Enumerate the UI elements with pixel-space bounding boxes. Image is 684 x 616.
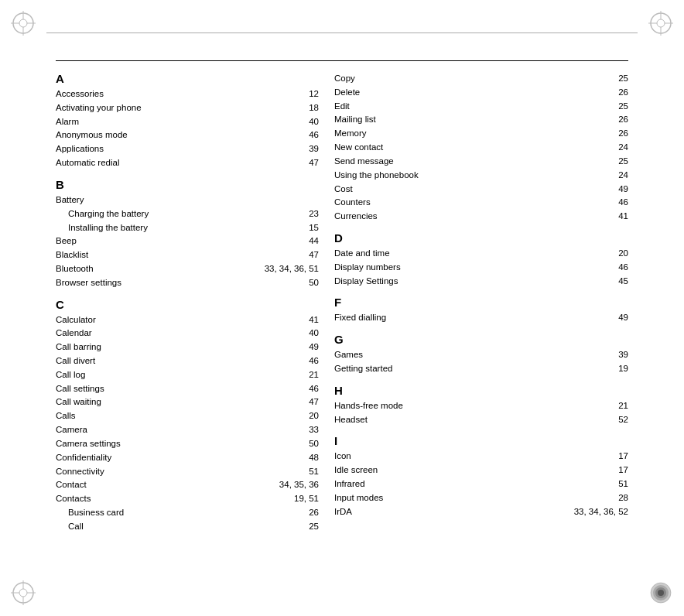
entry-num: 25 xyxy=(566,155,628,169)
corner-mark-tr xyxy=(648,11,673,36)
entry-num: 24 xyxy=(566,169,628,183)
entry-num: 41 xyxy=(257,313,319,327)
entry-num: 41 xyxy=(566,210,628,224)
entry-text: Using the phonebook xyxy=(334,169,566,183)
entry-num: 47 xyxy=(257,395,319,409)
index-entry: Browser settings50 xyxy=(56,276,319,290)
entry-num xyxy=(257,193,319,207)
entry-num: 48 xyxy=(257,451,319,465)
index-entry: Business card26 xyxy=(56,506,319,520)
entry-text: Infrared xyxy=(334,477,566,491)
entry-num: 19 xyxy=(566,362,628,376)
entry-text: Anonymous mode xyxy=(56,128,257,142)
index-entry: Calculator41 xyxy=(56,313,319,327)
entry-text: Fixed dialling xyxy=(334,311,566,325)
entry-text: Battery xyxy=(56,193,257,207)
entry-text: Date and time xyxy=(334,247,566,261)
entry-text: Delete xyxy=(334,86,566,100)
entry-num: 20 xyxy=(566,247,628,261)
entry-text: Installing the battery xyxy=(68,221,257,235)
entry-num: 40 xyxy=(257,327,319,341)
entry-num: 46 xyxy=(257,382,319,396)
index-entry: Automatic redial47 xyxy=(56,156,319,170)
entry-num: 26 xyxy=(257,506,319,520)
entry-num: 12 xyxy=(257,87,319,101)
index-entry: Memory26 xyxy=(334,127,628,141)
index-entry: Edit25 xyxy=(334,100,628,114)
entry-num: 20 xyxy=(257,409,319,423)
entry-num: 46 xyxy=(257,128,319,142)
corner-mark-bl xyxy=(11,580,36,605)
entry-text: Send message xyxy=(334,155,566,169)
index-entry: Contact34, 35, 36 xyxy=(56,478,319,492)
entry-num: 46 xyxy=(566,196,628,210)
entry-text: IrDA xyxy=(334,505,566,519)
index-entry: Calendar40 xyxy=(56,327,319,341)
entry-text: Idle screen xyxy=(334,464,566,477)
entry-text: Confidentiality xyxy=(56,451,257,465)
page: AAccessories12Activating your phone18Ala… xyxy=(0,0,684,616)
entry-num: 25 xyxy=(566,100,628,114)
entry-text: Input modes xyxy=(334,491,566,505)
entry-text: Hands-free mode xyxy=(334,399,566,413)
index-entry: Call25 xyxy=(56,520,319,534)
index-entry: Connectivity51 xyxy=(56,465,319,479)
entry-num: 21 xyxy=(257,368,319,382)
entry-text: Camera settings xyxy=(56,437,257,451)
svg-point-21 xyxy=(658,590,664,596)
index-entry: Currencies41 xyxy=(334,210,628,224)
entry-num: 33, 34, 36, 51 xyxy=(257,262,319,276)
index-entry: Confidentiality48 xyxy=(56,451,319,465)
entry-num: 47 xyxy=(257,156,319,170)
right-column: Copy25Delete26Edit25Mailing list26Memory… xyxy=(334,72,628,534)
entry-text: Getting started xyxy=(334,362,566,376)
entry-text: Charging the battery xyxy=(68,207,257,221)
section-letter-d: D xyxy=(334,231,628,245)
index-entry: Call divert46 xyxy=(56,354,319,368)
index-entry: Battery xyxy=(56,193,319,207)
entry-text: Cost xyxy=(334,183,566,197)
index-entry: New contact24 xyxy=(334,141,628,155)
entry-text: Call settings xyxy=(56,382,257,396)
index-entry: Infrared51 xyxy=(334,477,628,491)
entry-text: Bluetooth xyxy=(56,262,257,276)
entry-text: Calculator xyxy=(56,313,257,327)
entry-num: 44 xyxy=(257,234,319,248)
entry-text: Contact xyxy=(56,478,257,492)
entry-num: 28 xyxy=(566,491,628,505)
index-entry: Using the phonebook24 xyxy=(334,169,628,183)
index-entry: Camera settings50 xyxy=(56,437,319,451)
entry-text: Calendar xyxy=(56,327,257,341)
index-entry: Calls20 xyxy=(56,409,319,423)
left-column: AAccessories12Activating your phone18Ala… xyxy=(56,72,319,534)
index-entry: Call waiting47 xyxy=(56,395,319,409)
entry-text: Currencies xyxy=(334,210,566,224)
index-entry: Applications39 xyxy=(56,142,319,156)
section-letter-i: I xyxy=(334,434,628,447)
entry-text: Beep xyxy=(56,234,257,248)
index-entry: Display numbers46 xyxy=(334,261,628,275)
entry-num: 25 xyxy=(257,520,319,534)
index-entry: Bluetooth33, 34, 36, 51 xyxy=(56,262,319,276)
entry-text: Applications xyxy=(56,142,257,156)
index-entry: Contacts19, 51 xyxy=(56,492,319,506)
entry-num: 49 xyxy=(257,341,319,354)
index-entry: Call barring49 xyxy=(56,341,319,354)
entry-text: Edit xyxy=(334,100,566,114)
entry-num: 15 xyxy=(257,221,319,235)
entry-num: 50 xyxy=(257,437,319,451)
entry-text: Browser settings xyxy=(56,276,257,290)
svg-point-7 xyxy=(657,19,665,27)
index-entry: Activating your phone18 xyxy=(56,101,319,115)
columns: AAccessories12Activating your phone18Ala… xyxy=(56,72,628,534)
index-entry: Mailing list26 xyxy=(334,113,628,127)
entry-num: 26 xyxy=(566,127,628,141)
entry-text: Headset xyxy=(334,413,566,427)
entry-text: Games xyxy=(334,348,566,362)
header-bar xyxy=(46,33,638,36)
entry-text: Contacts xyxy=(56,492,257,506)
index-entry: IrDA33, 34, 36, 52 xyxy=(334,505,628,519)
section-letter-b: B xyxy=(56,178,319,191)
entry-num: 49 xyxy=(566,183,628,197)
main-content: AAccessories12Activating your phone18Ala… xyxy=(56,56,628,579)
